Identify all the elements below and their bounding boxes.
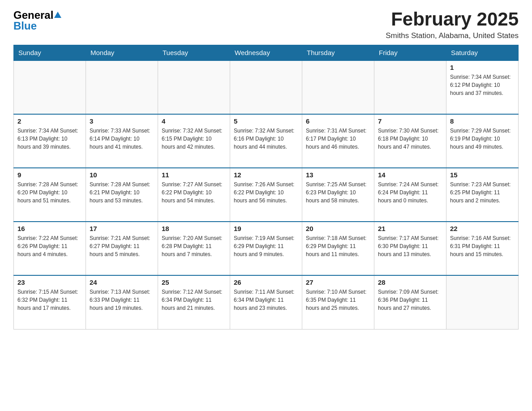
day-number: 24 bbox=[90, 278, 154, 286]
weekday-header-friday: Friday bbox=[374, 45, 446, 61]
calendar-cell: 11Sunrise: 7:27 AM Sunset: 6:22 PM Dayli… bbox=[158, 168, 230, 222]
calendar-cell bbox=[158, 60, 230, 114]
logo-line2: Blue bbox=[13, 20, 37, 32]
calendar-cell: 19Sunrise: 7:19 AM Sunset: 6:29 PM Dayli… bbox=[230, 222, 302, 275]
title-block: February 2025 Smiths Station, Alabama, U… bbox=[386, 9, 519, 40]
calendar-cell: 3Sunrise: 7:33 AM Sunset: 6:14 PM Daylig… bbox=[86, 114, 158, 168]
calendar-cell: 17Sunrise: 7:21 AM Sunset: 6:27 PM Dayli… bbox=[86, 222, 158, 275]
day-info: Sunrise: 7:23 AM Sunset: 6:25 PM Dayligh… bbox=[450, 180, 515, 205]
calendar-cell bbox=[14, 60, 86, 114]
day-info: Sunrise: 7:12 AM Sunset: 6:34 PM Dayligh… bbox=[162, 288, 226, 312]
day-info: Sunrise: 7:28 AM Sunset: 6:20 PM Dayligh… bbox=[17, 180, 82, 205]
calendar-cell: 9Sunrise: 7:28 AM Sunset: 6:20 PM Daylig… bbox=[14, 168, 86, 222]
day-number: 3 bbox=[90, 117, 154, 125]
day-number: 22 bbox=[450, 225, 515, 232]
day-info: Sunrise: 7:26 AM Sunset: 6:22 PM Dayligh… bbox=[234, 180, 298, 205]
day-number: 7 bbox=[378, 117, 442, 125]
calendar-cell: 7Sunrise: 7:30 AM Sunset: 6:18 PM Daylig… bbox=[374, 114, 446, 168]
day-info: Sunrise: 7:10 AM Sunset: 6:35 PM Dayligh… bbox=[306, 288, 370, 312]
day-info: Sunrise: 7:28 AM Sunset: 6:21 PM Dayligh… bbox=[90, 180, 154, 205]
calendar-cell: 24Sunrise: 7:13 AM Sunset: 6:33 PM Dayli… bbox=[86, 275, 158, 329]
calendar-cell bbox=[86, 60, 158, 114]
calendar-table: SundayMondayTuesdayWednesdayThursdayFrid… bbox=[13, 45, 519, 330]
calendar-cell bbox=[446, 275, 519, 329]
day-number: 4 bbox=[162, 117, 226, 125]
day-info: Sunrise: 7:19 AM Sunset: 6:29 PM Dayligh… bbox=[234, 234, 298, 258]
day-info: Sunrise: 7:31 AM Sunset: 6:17 PM Dayligh… bbox=[306, 127, 370, 151]
day-number: 8 bbox=[450, 117, 515, 125]
calendar-cell bbox=[230, 60, 302, 114]
day-info: Sunrise: 7:24 AM Sunset: 6:24 PM Dayligh… bbox=[378, 180, 442, 205]
day-info: Sunrise: 7:22 AM Sunset: 6:26 PM Dayligh… bbox=[17, 234, 82, 258]
day-info: Sunrise: 7:34 AM Sunset: 6:12 PM Dayligh… bbox=[450, 73, 515, 97]
calendar-cell: 5Sunrise: 7:32 AM Sunset: 6:16 PM Daylig… bbox=[230, 114, 302, 168]
day-number: 2 bbox=[17, 117, 82, 125]
weekday-header-sunday: Sunday bbox=[14, 45, 86, 61]
page-header: General Blue February 2025 Smiths Statio… bbox=[13, 9, 519, 40]
day-number: 1 bbox=[450, 64, 515, 71]
day-number: 6 bbox=[306, 117, 370, 125]
week-row-2: 2Sunrise: 7:34 AM Sunset: 6:13 PM Daylig… bbox=[14, 114, 519, 168]
weekday-header-monday: Monday bbox=[86, 45, 158, 61]
calendar-cell: 1Sunrise: 7:34 AM Sunset: 6:12 PM Daylig… bbox=[446, 60, 519, 114]
week-row-4: 16Sunrise: 7:22 AM Sunset: 6:26 PM Dayli… bbox=[14, 222, 519, 275]
day-info: Sunrise: 7:32 AM Sunset: 6:16 PM Dayligh… bbox=[234, 127, 298, 151]
day-info: Sunrise: 7:21 AM Sunset: 6:27 PM Dayligh… bbox=[90, 234, 154, 258]
day-info: Sunrise: 7:09 AM Sunset: 6:36 PM Dayligh… bbox=[378, 288, 442, 312]
calendar-cell: 23Sunrise: 7:15 AM Sunset: 6:32 PM Dayli… bbox=[14, 275, 86, 329]
day-number: 19 bbox=[234, 225, 298, 232]
calendar-cell: 12Sunrise: 7:26 AM Sunset: 6:22 PM Dayli… bbox=[230, 168, 302, 222]
day-info: Sunrise: 7:20 AM Sunset: 6:28 PM Dayligh… bbox=[162, 234, 226, 258]
day-number: 23 bbox=[17, 278, 82, 286]
calendar-cell: 26Sunrise: 7:11 AM Sunset: 6:34 PM Dayli… bbox=[230, 275, 302, 329]
calendar-cell: 4Sunrise: 7:32 AM Sunset: 6:15 PM Daylig… bbox=[158, 114, 230, 168]
calendar-cell bbox=[302, 60, 374, 114]
day-info: Sunrise: 7:27 AM Sunset: 6:22 PM Dayligh… bbox=[162, 180, 226, 205]
day-number: 16 bbox=[17, 225, 82, 232]
calendar-cell: 15Sunrise: 7:23 AM Sunset: 6:25 PM Dayli… bbox=[446, 168, 519, 222]
calendar-cell: 18Sunrise: 7:20 AM Sunset: 6:28 PM Dayli… bbox=[158, 222, 230, 275]
day-info: Sunrise: 7:16 AM Sunset: 6:31 PM Dayligh… bbox=[450, 234, 515, 258]
day-number: 13 bbox=[306, 171, 370, 179]
day-number: 5 bbox=[234, 117, 298, 125]
day-info: Sunrise: 7:11 AM Sunset: 6:34 PM Dayligh… bbox=[234, 288, 298, 312]
day-info: Sunrise: 7:25 AM Sunset: 6:23 PM Dayligh… bbox=[306, 180, 370, 205]
calendar-cell: 21Sunrise: 7:17 AM Sunset: 6:30 PM Dayli… bbox=[374, 222, 446, 275]
day-number: 20 bbox=[306, 225, 370, 232]
calendar-cell: 27Sunrise: 7:10 AM Sunset: 6:35 PM Dayli… bbox=[302, 275, 374, 329]
day-info: Sunrise: 7:32 AM Sunset: 6:15 PM Dayligh… bbox=[162, 127, 226, 151]
day-info: Sunrise: 7:30 AM Sunset: 6:18 PM Dayligh… bbox=[378, 127, 442, 151]
day-number: 10 bbox=[90, 171, 154, 179]
month-title: February 2025 bbox=[386, 9, 519, 30]
week-row-1: 1Sunrise: 7:34 AM Sunset: 6:12 PM Daylig… bbox=[14, 60, 519, 114]
calendar-cell: 28Sunrise: 7:09 AM Sunset: 6:36 PM Dayli… bbox=[374, 275, 446, 329]
day-number: 12 bbox=[234, 171, 298, 179]
day-info: Sunrise: 7:33 AM Sunset: 6:14 PM Dayligh… bbox=[90, 127, 154, 151]
weekday-header-tuesday: Tuesday bbox=[158, 45, 230, 61]
weekday-header-saturday: Saturday bbox=[446, 45, 519, 61]
calendar-cell: 20Sunrise: 7:18 AM Sunset: 6:29 PM Dayli… bbox=[302, 222, 374, 275]
weekday-header-wednesday: Wednesday bbox=[230, 45, 302, 61]
day-number: 17 bbox=[90, 225, 154, 232]
calendar-cell: 16Sunrise: 7:22 AM Sunset: 6:26 PM Dayli… bbox=[14, 222, 86, 275]
day-number: 15 bbox=[450, 171, 515, 179]
day-number: 11 bbox=[162, 171, 226, 179]
calendar-cell: 8Sunrise: 7:29 AM Sunset: 6:19 PM Daylig… bbox=[446, 114, 519, 168]
calendar-cell: 14Sunrise: 7:24 AM Sunset: 6:24 PM Dayli… bbox=[374, 168, 446, 222]
logo-triangle-icon bbox=[54, 12, 61, 18]
day-number: 26 bbox=[234, 278, 298, 286]
calendar-cell: 25Sunrise: 7:12 AM Sunset: 6:34 PM Dayli… bbox=[158, 275, 230, 329]
day-number: 9 bbox=[17, 171, 82, 179]
calendar-cell: 13Sunrise: 7:25 AM Sunset: 6:23 PM Dayli… bbox=[302, 168, 374, 222]
calendar-cell bbox=[374, 60, 446, 114]
weekday-header-row: SundayMondayTuesdayWednesdayThursdayFrid… bbox=[14, 45, 519, 61]
day-number: 18 bbox=[162, 225, 226, 232]
week-row-5: 23Sunrise: 7:15 AM Sunset: 6:32 PM Dayli… bbox=[14, 275, 519, 329]
day-info: Sunrise: 7:17 AM Sunset: 6:30 PM Dayligh… bbox=[378, 234, 442, 258]
day-number: 27 bbox=[306, 278, 370, 286]
week-row-3: 9Sunrise: 7:28 AM Sunset: 6:20 PM Daylig… bbox=[14, 168, 519, 222]
calendar-cell: 22Sunrise: 7:16 AM Sunset: 6:31 PM Dayli… bbox=[446, 222, 519, 275]
day-number: 25 bbox=[162, 278, 226, 286]
day-info: Sunrise: 7:18 AM Sunset: 6:29 PM Dayligh… bbox=[306, 234, 370, 258]
calendar-cell: 10Sunrise: 7:28 AM Sunset: 6:21 PM Dayli… bbox=[86, 168, 158, 222]
